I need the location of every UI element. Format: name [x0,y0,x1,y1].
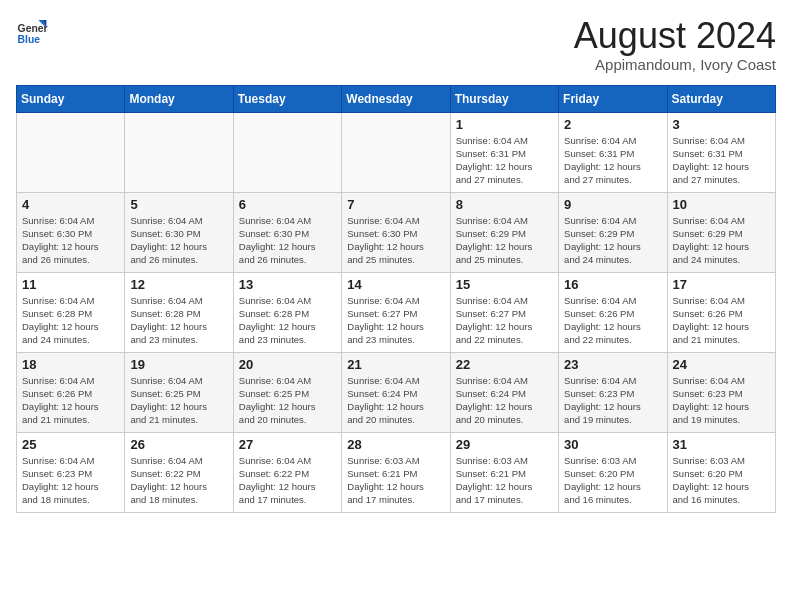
day-number: 30 [564,437,661,452]
day-number: 15 [456,277,553,292]
day-info: Sunrise: 6:03 AM Sunset: 6:20 PM Dayligh… [564,454,661,507]
page-title: August 2024 [574,16,776,56]
day-info: Sunrise: 6:04 AM Sunset: 6:28 PM Dayligh… [130,294,227,347]
day-info: Sunrise: 6:03 AM Sunset: 6:21 PM Dayligh… [456,454,553,507]
day-number: 1 [456,117,553,132]
calendar-cell: 18Sunrise: 6:04 AM Sunset: 6:26 PM Dayli… [17,352,125,432]
calendar-week-5: 25Sunrise: 6:04 AM Sunset: 6:23 PM Dayli… [17,432,776,512]
calendar-cell: 16Sunrise: 6:04 AM Sunset: 6:26 PM Dayli… [559,272,667,352]
calendar-cell: 1Sunrise: 6:04 AM Sunset: 6:31 PM Daylig… [450,112,558,192]
calendar-cell [233,112,341,192]
day-number: 19 [130,357,227,372]
calendar-cell: 21Sunrise: 6:04 AM Sunset: 6:24 PM Dayli… [342,352,450,432]
calendar-cell: 28Sunrise: 6:03 AM Sunset: 6:21 PM Dayli… [342,432,450,512]
calendar-cell: 2Sunrise: 6:04 AM Sunset: 6:31 PM Daylig… [559,112,667,192]
calendar-cell: 14Sunrise: 6:04 AM Sunset: 6:27 PM Dayli… [342,272,450,352]
calendar-cell: 17Sunrise: 6:04 AM Sunset: 6:26 PM Dayli… [667,272,775,352]
day-info: Sunrise: 6:04 AM Sunset: 6:31 PM Dayligh… [564,134,661,187]
calendar-cell: 29Sunrise: 6:03 AM Sunset: 6:21 PM Dayli… [450,432,558,512]
svg-text:Blue: Blue [18,34,41,45]
day-number: 18 [22,357,119,372]
day-info: Sunrise: 6:04 AM Sunset: 6:23 PM Dayligh… [22,454,119,507]
day-number: 3 [673,117,770,132]
day-info: Sunrise: 6:04 AM Sunset: 6:24 PM Dayligh… [456,374,553,427]
day-number: 24 [673,357,770,372]
calendar-cell: 26Sunrise: 6:04 AM Sunset: 6:22 PM Dayli… [125,432,233,512]
header: General Blue August 2024 Appimandoum, Iv… [16,16,776,73]
calendar-cell [17,112,125,192]
calendar-header-row: SundayMondayTuesdayWednesdayThursdayFrid… [17,85,776,112]
day-number: 31 [673,437,770,452]
day-number: 12 [130,277,227,292]
day-number: 4 [22,197,119,212]
calendar-cell: 11Sunrise: 6:04 AM Sunset: 6:28 PM Dayli… [17,272,125,352]
calendar-week-1: 1Sunrise: 6:04 AM Sunset: 6:31 PM Daylig… [17,112,776,192]
day-number: 9 [564,197,661,212]
day-number: 6 [239,197,336,212]
day-number: 13 [239,277,336,292]
header-friday: Friday [559,85,667,112]
calendar-cell [125,112,233,192]
header-wednesday: Wednesday [342,85,450,112]
calendar-cell [342,112,450,192]
calendar-cell: 20Sunrise: 6:04 AM Sunset: 6:25 PM Dayli… [233,352,341,432]
calendar-cell: 9Sunrise: 6:04 AM Sunset: 6:29 PM Daylig… [559,192,667,272]
day-info: Sunrise: 6:04 AM Sunset: 6:29 PM Dayligh… [673,214,770,267]
day-info: Sunrise: 6:04 AM Sunset: 6:25 PM Dayligh… [130,374,227,427]
day-info: Sunrise: 6:04 AM Sunset: 6:22 PM Dayligh… [239,454,336,507]
day-number: 21 [347,357,444,372]
calendar-week-3: 11Sunrise: 6:04 AM Sunset: 6:28 PM Dayli… [17,272,776,352]
header-monday: Monday [125,85,233,112]
logo-icon: General Blue [16,16,48,48]
day-info: Sunrise: 6:04 AM Sunset: 6:22 PM Dayligh… [130,454,227,507]
calendar-cell: 31Sunrise: 6:03 AM Sunset: 6:20 PM Dayli… [667,432,775,512]
day-info: Sunrise: 6:04 AM Sunset: 6:28 PM Dayligh… [22,294,119,347]
day-info: Sunrise: 6:03 AM Sunset: 6:20 PM Dayligh… [673,454,770,507]
calendar-cell: 4Sunrise: 6:04 AM Sunset: 6:30 PM Daylig… [17,192,125,272]
day-number: 2 [564,117,661,132]
day-info: Sunrise: 6:04 AM Sunset: 6:30 PM Dayligh… [22,214,119,267]
calendar-cell: 3Sunrise: 6:04 AM Sunset: 6:31 PM Daylig… [667,112,775,192]
day-info: Sunrise: 6:04 AM Sunset: 6:27 PM Dayligh… [347,294,444,347]
day-info: Sunrise: 6:04 AM Sunset: 6:26 PM Dayligh… [22,374,119,427]
day-info: Sunrise: 6:04 AM Sunset: 6:25 PM Dayligh… [239,374,336,427]
day-number: 16 [564,277,661,292]
calendar-cell: 10Sunrise: 6:04 AM Sunset: 6:29 PM Dayli… [667,192,775,272]
calendar-cell: 5Sunrise: 6:04 AM Sunset: 6:30 PM Daylig… [125,192,233,272]
day-info: Sunrise: 6:04 AM Sunset: 6:29 PM Dayligh… [564,214,661,267]
day-number: 26 [130,437,227,452]
calendar-cell: 23Sunrise: 6:04 AM Sunset: 6:23 PM Dayli… [559,352,667,432]
day-info: Sunrise: 6:04 AM Sunset: 6:26 PM Dayligh… [564,294,661,347]
header-thursday: Thursday [450,85,558,112]
calendar-cell: 27Sunrise: 6:04 AM Sunset: 6:22 PM Dayli… [233,432,341,512]
calendar-cell: 15Sunrise: 6:04 AM Sunset: 6:27 PM Dayli… [450,272,558,352]
calendar-cell: 19Sunrise: 6:04 AM Sunset: 6:25 PM Dayli… [125,352,233,432]
calendar-week-4: 18Sunrise: 6:04 AM Sunset: 6:26 PM Dayli… [17,352,776,432]
day-number: 20 [239,357,336,372]
day-info: Sunrise: 6:04 AM Sunset: 6:24 PM Dayligh… [347,374,444,427]
day-info: Sunrise: 6:04 AM Sunset: 6:30 PM Dayligh… [239,214,336,267]
day-info: Sunrise: 6:04 AM Sunset: 6:31 PM Dayligh… [673,134,770,187]
day-number: 27 [239,437,336,452]
calendar-cell: 13Sunrise: 6:04 AM Sunset: 6:28 PM Dayli… [233,272,341,352]
day-info: Sunrise: 6:04 AM Sunset: 6:27 PM Dayligh… [456,294,553,347]
day-info: Sunrise: 6:04 AM Sunset: 6:31 PM Dayligh… [456,134,553,187]
calendar-week-2: 4Sunrise: 6:04 AM Sunset: 6:30 PM Daylig… [17,192,776,272]
calendar-cell: 24Sunrise: 6:04 AM Sunset: 6:23 PM Dayli… [667,352,775,432]
day-info: Sunrise: 6:04 AM Sunset: 6:28 PM Dayligh… [239,294,336,347]
day-number: 22 [456,357,553,372]
header-sunday: Sunday [17,85,125,112]
day-info: Sunrise: 6:04 AM Sunset: 6:30 PM Dayligh… [130,214,227,267]
day-number: 17 [673,277,770,292]
day-number: 10 [673,197,770,212]
day-number: 23 [564,357,661,372]
calendar-cell: 30Sunrise: 6:03 AM Sunset: 6:20 PM Dayli… [559,432,667,512]
day-number: 8 [456,197,553,212]
calendar-cell: 12Sunrise: 6:04 AM Sunset: 6:28 PM Dayli… [125,272,233,352]
day-number: 14 [347,277,444,292]
calendar-cell: 7Sunrise: 6:04 AM Sunset: 6:30 PM Daylig… [342,192,450,272]
calendar-table: SundayMondayTuesdayWednesdayThursdayFrid… [16,85,776,513]
day-number: 7 [347,197,444,212]
day-number: 29 [456,437,553,452]
day-info: Sunrise: 6:04 AM Sunset: 6:30 PM Dayligh… [347,214,444,267]
